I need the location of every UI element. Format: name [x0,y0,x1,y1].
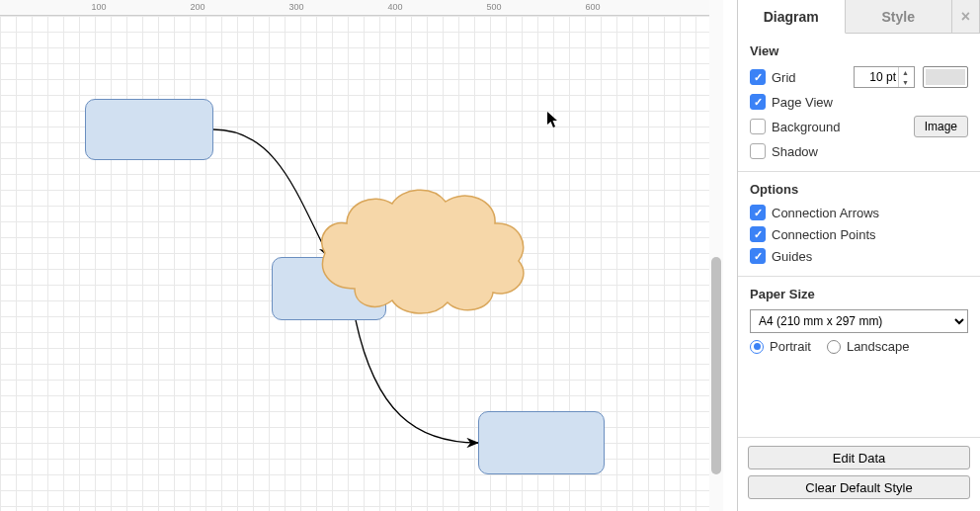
connection-arrows-checkbox-label[interactable]: Connection Arrows [750,205,879,220]
ruler-tick: 200 [190,2,204,12]
ruler-tick: 600 [585,2,600,12]
format-sidebar: Diagram Style × View Grid ▲ ▼ Pag [737,0,980,511]
scrollbar-thumb[interactable] [711,257,721,474]
stepper-up-icon[interactable]: ▲ [899,67,912,77]
options-heading: Options [750,182,968,197]
orientation-landscape-label[interactable]: Landscape [827,339,910,354]
orientation-portrait-label[interactable]: Portrait [750,339,811,354]
canvas-area[interactable]: 100 200 300 400 500 600 [0,0,723,511]
grid-size-input[interactable] [855,70,898,84]
shape-cloud-1[interactable] [311,182,532,320]
shadow-label: Shadow [772,144,818,159]
grid-size-stepper[interactable]: ▲ ▼ [854,66,915,88]
shape-rect-3[interactable] [478,411,605,474]
stepper-down-icon[interactable]: ▼ [899,77,912,87]
portrait-radio[interactable] [750,340,764,354]
ruler-tick: 400 [387,2,402,12]
guides-checkbox-label[interactable]: Guides [750,248,812,264]
shadow-checkbox[interactable] [750,143,766,159]
page-view-label: Page View [772,95,833,110]
tab-style[interactable]: Style [846,0,953,33]
background-checkbox[interactable] [750,119,766,134]
sidebar-tabs: Diagram Style × [738,0,980,34]
shadow-checkbox-label[interactable]: Shadow [750,143,818,159]
connection-arrows-label: Connection Arrows [772,206,879,220]
sidebar-footer: Edit Data Clear Default Style [738,437,980,511]
canvas-page[interactable] [0,16,723,511]
shape-rect-1[interactable] [85,99,213,160]
connection-points-label: Connection Points [772,227,876,242]
guides-checkbox[interactable] [750,248,766,264]
paper-size-heading: Paper Size [750,287,968,301]
clear-default-style-button[interactable]: Clear Default Style [748,475,970,499]
background-checkbox-label[interactable]: Background [750,119,840,134]
edit-data-button[interactable]: Edit Data [748,446,970,469]
page-view-checkbox[interactable] [750,94,766,110]
connection-points-checkbox-label[interactable]: Connection Points [750,226,876,242]
grid-label: Grid [772,70,796,85]
close-sidebar-button[interactable]: × [952,0,980,33]
landscape-radio[interactable] [827,340,841,354]
paper-size-panel: Paper Size A4 (210 mm x 297 mm) Portrait… [738,277,980,366]
vertical-scrollbar[interactable] [709,0,723,511]
background-image-button[interactable]: Image [914,116,968,137]
connection-arrows-checkbox[interactable] [750,205,766,220]
ruler-tick: 100 [91,2,106,12]
view-panel: View Grid ▲ ▼ Page View [738,34,980,172]
portrait-text: Portrait [770,339,811,354]
view-heading: View [750,43,968,58]
paper-size-select[interactable]: A4 (210 mm x 297 mm) [750,309,968,333]
options-panel: Options Connection Arrows Connection Poi… [738,172,980,277]
grid-checkbox[interactable] [750,69,766,85]
page-view-checkbox-label[interactable]: Page View [750,94,833,110]
grid-color-swatch[interactable] [923,66,968,88]
horizontal-ruler: 100 200 300 400 500 600 [0,0,723,16]
landscape-text: Landscape [847,339,910,354]
ruler-tick: 300 [288,2,303,12]
background-label: Background [772,120,840,134]
ruler-tick: 500 [486,2,501,12]
grid-checkbox-label[interactable]: Grid [750,69,796,85]
guides-label: Guides [772,249,812,264]
tab-diagram[interactable]: Diagram [738,0,846,34]
connection-points-checkbox[interactable] [750,226,766,242]
